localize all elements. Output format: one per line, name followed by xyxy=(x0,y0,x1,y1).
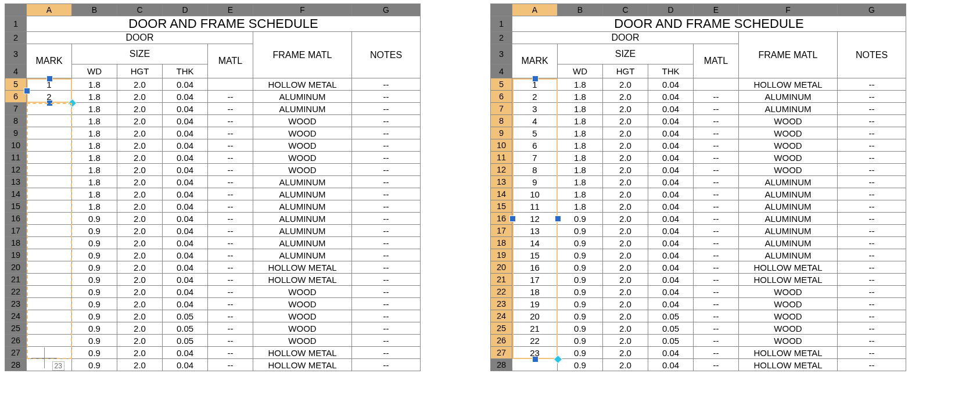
door-header[interactable]: DOOR xyxy=(27,32,253,44)
cell-notes-r26[interactable]: -- xyxy=(838,335,906,347)
cell-notes-r22[interactable]: -- xyxy=(352,286,421,298)
cell-wd-r15[interactable]: 1.8 xyxy=(558,200,603,213)
cell-frame-r14[interactable]: ALUMINUM xyxy=(739,188,838,200)
cell-notes-r24[interactable]: -- xyxy=(352,310,421,322)
cell-mark-r15[interactable]: 11 xyxy=(512,200,558,213)
cell-frame-r23[interactable]: WOOD xyxy=(739,298,838,310)
cell-wd-r25[interactable]: 0.9 xyxy=(558,322,603,335)
cell-matl-r20[interactable]: -- xyxy=(208,261,253,274)
row-header-2[interactable]: 2 xyxy=(491,32,512,44)
cell-wd-r5[interactable]: 1.8 xyxy=(72,78,117,91)
cell-frame-r11[interactable]: WOOD xyxy=(253,152,352,164)
cell-mark-r26[interactable] xyxy=(27,335,72,347)
cell-notes-r6[interactable]: -- xyxy=(352,91,421,103)
cell-hgt-r6[interactable]: 2.0 xyxy=(117,91,163,103)
cell-mark-r9[interactable] xyxy=(27,127,72,139)
cell-wd-r14[interactable]: 1.8 xyxy=(72,188,117,200)
cell-wd-r20[interactable]: 0.9 xyxy=(72,261,117,274)
cell-wd-r17[interactable]: 0.9 xyxy=(72,225,117,237)
cell-thk-r22[interactable]: 0.04 xyxy=(163,286,208,298)
cell-hgt-r21[interactable]: 2.0 xyxy=(117,274,163,286)
cell-frame-r21[interactable]: HOLLOW METAL xyxy=(739,274,838,286)
cell-mark-r25[interactable]: 21 xyxy=(512,322,558,335)
cell-notes-r16[interactable]: -- xyxy=(838,213,906,225)
cell-hgt-r12[interactable]: 2.0 xyxy=(117,164,163,176)
cell-wd-r6[interactable]: 1.8 xyxy=(72,91,117,103)
cell-hgt-r11[interactable]: 2.0 xyxy=(117,152,163,164)
row-header-9[interactable]: 9 xyxy=(491,127,512,139)
cell-thk-r7[interactable]: 0.04 xyxy=(648,103,694,115)
cell-notes-r20[interactable]: -- xyxy=(838,261,906,274)
cell-thk-r18[interactable]: 0.04 xyxy=(648,237,694,249)
cell-wd-r26[interactable]: 0.9 xyxy=(72,335,117,347)
cell-hgt-r18[interactable]: 2.0 xyxy=(603,237,648,249)
cell-thk-r7[interactable]: 0.04 xyxy=(163,103,208,115)
cell-wd-r12[interactable]: 1.8 xyxy=(558,164,603,176)
cell-frame-r24[interactable]: WOOD xyxy=(739,310,838,322)
cell-mark-r14[interactable] xyxy=(27,188,72,200)
row-header-11[interactable]: 11 xyxy=(5,152,27,164)
cell-thk-r5[interactable]: 0.04 xyxy=(163,78,208,91)
row-header-24[interactable]: 24 xyxy=(5,310,27,322)
cell-mark-r8[interactable]: 4 xyxy=(512,115,558,127)
col-header-A[interactable]: A xyxy=(512,4,558,16)
cell-wd-r23[interactable]: 0.9 xyxy=(558,298,603,310)
row-header-23[interactable]: 23 xyxy=(491,298,512,310)
row-header-25[interactable]: 25 xyxy=(5,322,27,335)
row-header-19[interactable]: 19 xyxy=(5,249,27,261)
cell-hgt-r18[interactable]: 2.0 xyxy=(117,237,163,249)
col-header-F[interactable]: F xyxy=(253,4,352,16)
cell-mark-r25[interactable] xyxy=(27,322,72,335)
cell-matl-r26[interactable]: -- xyxy=(208,335,253,347)
cell-matl-r27[interactable]: -- xyxy=(694,347,739,359)
row-header-13[interactable]: 13 xyxy=(5,176,27,188)
cell-hgt-r13[interactable]: 2.0 xyxy=(117,176,163,188)
cell-hgt-r17[interactable]: 2.0 xyxy=(603,225,648,237)
cell-mark-r21[interactable]: 17 xyxy=(512,274,558,286)
cell-mark-r7[interactable]: 3 xyxy=(512,103,558,115)
cell-frame-r13[interactable]: ALUMINUM xyxy=(253,176,352,188)
cell-matl-r17[interactable]: -- xyxy=(694,225,739,237)
cell-thk-r22[interactable]: 0.04 xyxy=(648,286,694,298)
cell-matl-r9[interactable]: -- xyxy=(694,127,739,139)
cell-mark-r17[interactable]: 13 xyxy=(512,225,558,237)
cell-wd-r24[interactable]: 0.9 xyxy=(72,310,117,322)
row-header-28[interactable]: 28 xyxy=(491,359,512,371)
cell-wd-r27[interactable]: 0.9 xyxy=(72,347,117,359)
cell-mark-r11[interactable]: 7 xyxy=(512,152,558,164)
row-header-28[interactable]: 28 xyxy=(5,359,27,371)
cell-matl-r18[interactable]: -- xyxy=(694,237,739,249)
cell-notes-r23[interactable]: -- xyxy=(352,298,421,310)
row-header-15[interactable]: 15 xyxy=(5,200,27,213)
cell-notes-r8[interactable]: -- xyxy=(352,115,421,127)
cell-hgt-r8[interactable]: 2.0 xyxy=(603,115,648,127)
cell-thk-r11[interactable]: 0.04 xyxy=(163,152,208,164)
cell-mark-r18[interactable]: 14 xyxy=(512,237,558,249)
row-header-1[interactable]: 1 xyxy=(5,16,27,32)
cell-thk-r26[interactable]: 0.05 xyxy=(648,335,694,347)
row-header-25[interactable]: 25 xyxy=(491,322,512,335)
cell-hgt-r10[interactable]: 2.0 xyxy=(603,139,648,152)
cell-mark-r27[interactable]: 23 xyxy=(512,347,558,359)
row-header-26[interactable]: 26 xyxy=(491,335,512,347)
cell-hgt-r12[interactable]: 2.0 xyxy=(603,164,648,176)
col-header-A[interactable]: A xyxy=(27,4,72,16)
cell-frame-r26[interactable]: WOOD xyxy=(739,335,838,347)
size-header[interactable]: SIZE xyxy=(72,44,208,64)
cell-frame-r20[interactable]: HOLLOW METAL xyxy=(739,261,838,274)
cell-matl-r28[interactable]: -- xyxy=(694,359,739,371)
cell-matl-r23[interactable]: -- xyxy=(694,298,739,310)
cell-hgt-r20[interactable]: 2.0 xyxy=(117,261,163,274)
cell-wd-r5[interactable]: 1.8 xyxy=(558,78,603,91)
cell-thk-r8[interactable]: 0.04 xyxy=(648,115,694,127)
cell-mark-r5[interactable]: 1 xyxy=(27,78,72,91)
cell-notes-r6[interactable]: -- xyxy=(838,91,906,103)
cell-hgt-r25[interactable]: 2.0 xyxy=(117,322,163,335)
door-header[interactable]: DOOR xyxy=(512,32,739,44)
cell-notes-r24[interactable]: -- xyxy=(838,310,906,322)
cell-notes-r10[interactable]: -- xyxy=(838,139,906,152)
row-header-18[interactable]: 18 xyxy=(5,237,27,249)
cell-thk-r16[interactable]: 0.04 xyxy=(648,213,694,225)
cell-wd-r10[interactable]: 1.8 xyxy=(72,139,117,152)
cell-hgt-r14[interactable]: 2.0 xyxy=(117,188,163,200)
